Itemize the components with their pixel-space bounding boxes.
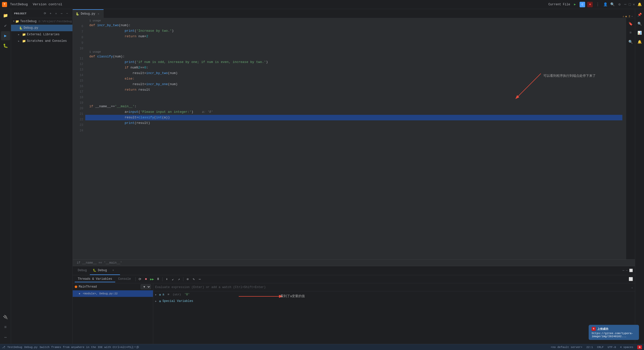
panel-tab-debug-1[interactable]: Debug: [75, 266, 90, 275]
step-into-button[interactable]: ↙: [170, 276, 176, 282]
tab-bar-more[interactable]: ⋯: [631, 15, 633, 18]
gitee-title: 上传成功: [597, 327, 608, 331]
usage-hint-1: [75, 19, 83, 24]
editor-tab-debugpy[interactable]: 🐍 Debug.py ✕: [73, 9, 104, 18]
close-sidebar-button[interactable]: ✕: [54, 11, 58, 16]
code-editor[interactable]: 6 7 8 9 10 11 12 13 14 15 16 17 18: [73, 18, 626, 259]
debug-subtab-threads[interactable]: Threads & Variables: [75, 276, 115, 282]
more-options[interactable]: ⋮: [595, 2, 601, 7]
var-name-a: a: [163, 293, 164, 296]
project-status[interactable]: TestDebug: [7, 346, 22, 349]
gitee-notification-header: G 上传成功: [592, 327, 636, 331]
expand-evaluate-icon[interactable]: ⌄: [631, 286, 633, 289]
thread-select[interactable]: ▼: [141, 284, 151, 289]
restore-debug-panel[interactable]: ⬜: [629, 277, 633, 281]
step-out-button[interactable]: ↗: [176, 276, 182, 282]
tab-bar: 🐍 Debug.py ✕ ⚠ ▲ 2 ⋯: [73, 9, 635, 18]
activity-icon-run[interactable]: ▶: [1, 31, 10, 40]
right-icon-1[interactable]: 📌: [636, 11, 643, 18]
right-icon-4[interactable]: 🔔: [636, 38, 643, 45]
sidebar-item-debugpy[interactable]: 🐍 Debug.py: [11, 25, 72, 31]
cursor-position[interactable]: 22:1: [586, 346, 593, 349]
editor-scrollbar[interactable]: [622, 18, 626, 259]
activity-icon-commit[interactable]: ✔: [1, 21, 10, 30]
panel-minimize-icon[interactable]: −: [626, 269, 628, 272]
main-thread-label: MainThread: [79, 285, 97, 289]
toolbar-sep-2: [162, 277, 163, 281]
usage-hint-line-2: 1 usage: [85, 50, 622, 53]
sidebar-item-label: TestDebug: [20, 20, 36, 23]
panel-tab-right: ⋯ − ⬜: [623, 269, 633, 272]
activity-icon-debug[interactable]: 🐛: [1, 41, 10, 50]
line-ending[interactable]: CRLF: [597, 346, 603, 349]
gitee-status-icon[interactable]: G: [637, 345, 642, 349]
more-sidebar-button[interactable]: ⋯: [59, 11, 64, 16]
debug-subtab-console[interactable]: Console: [115, 276, 134, 282]
run-button[interactable]: ▶: [572, 2, 578, 7]
activity-icon-plugins[interactable]: 🔌: [1, 313, 10, 322]
activity-icon-folder[interactable]: 📁: [1, 11, 10, 20]
code-line-8: return num + 2: [85, 34, 622, 39]
threads-panel: MainThread ▼ ◈ <module>, Debug.py:22: [73, 283, 153, 344]
server-status[interactable]: <no default server>: [551, 346, 582, 349]
stop-button[interactable]: ■: [587, 2, 593, 7]
panel-tab-debug-2[interactable]: 🐛 Debug ✕: [90, 266, 120, 275]
inspect-icon[interactable]: 🔍: [627, 38, 634, 45]
run-to-cursor-button[interactable]: ⊘: [185, 276, 190, 282]
vcs-icon[interactable]: ⎇: [2, 345, 5, 349]
maximize-button[interactable]: □: [629, 3, 631, 7]
evaluate-bar[interactable]: Evaluate expression (Enter) or add a wat…: [153, 283, 635, 291]
app-name[interactable]: TestDebug: [8, 2, 30, 7]
version-control-menu[interactable]: Version control: [31, 2, 64, 7]
activity-bar: 📁 ✔ ▶ 🐛 🔌 ≡ ⋯: [0, 9, 11, 344]
line-numbers: 6 7 8 9 10 11 12 13 14 15 16 17 18: [73, 18, 85, 259]
stop-debug-button[interactable]: ■: [143, 276, 149, 282]
indent-setting[interactable]: 4 spaces: [620, 346, 633, 349]
more-debug-button[interactable]: ⋯: [197, 276, 203, 282]
settings-icon[interactable]: ⚙: [617, 2, 622, 7]
user-icon[interactable]: 👤: [603, 2, 608, 7]
sidebar-item-testdebug[interactable]: ▼ 📁 TestDebug D:\Project\TestDebug: [11, 18, 72, 25]
warning-icon: ⚠: [623, 15, 624, 18]
panel-expand-icon[interactable]: ⬜: [629, 269, 633, 272]
evaluate-button[interactable]: ✎: [191, 276, 196, 282]
code-line-11: def classify(num):: [85, 54, 622, 59]
current-file-label[interactable]: Current File: [548, 3, 570, 6]
activity-icon-more[interactable]: ⋯: [1, 333, 10, 342]
code-content[interactable]: 1 usage def incr_by_two(num): print('Inc…: [85, 18, 622, 259]
sync-button[interactable]: ⟳: [43, 11, 47, 16]
structure-icon[interactable]: ≡: [627, 29, 634, 36]
var-item-a[interactable]: ▶ ⊞ a = (str) '8': [153, 291, 635, 298]
resume-button[interactable]: ▶▶: [149, 276, 155, 282]
sidebar: Project ⟳ + ✕ ⋯ − ▼ 📁 TestDebug D:\Proje…: [11, 9, 73, 344]
sidebar-item-external-libraries[interactable]: ▶ 📁 External Libraries: [11, 31, 72, 38]
close-button[interactable]: ✕: [633, 2, 635, 7]
var-special-label: Special Variables: [163, 299, 193, 303]
search-icon[interactable]: 🔍: [610, 2, 615, 7]
coverage-button[interactable]: C: [580, 2, 585, 7]
stack-frame-item[interactable]: ◈ <module>, Debug.py:22: [73, 290, 153, 297]
bookmark-icon[interactable]: 🔖: [627, 20, 634, 27]
add-button[interactable]: +: [48, 11, 53, 16]
sidebar-item-ext-lib-label: External Libraries: [27, 33, 60, 36]
main-thread-item[interactable]: MainThread ▼: [73, 283, 153, 290]
tab-close-button[interactable]: ✕: [97, 12, 100, 16]
encoding[interactable]: UTF-8: [608, 346, 616, 349]
right-icon-3[interactable]: 📊: [636, 29, 643, 36]
toolbar-icons: 👤 🔍 ⚙ − □ ✕: [603, 2, 635, 7]
debug-status[interactable]: Debug.py: [24, 346, 37, 349]
debug-tab-close[interactable]: ✕: [109, 266, 117, 275]
pause-button[interactable]: ⏸: [155, 276, 161, 282]
right-icon-2[interactable]: 🔍: [636, 20, 643, 27]
sidebar-item-scratches[interactable]: ▶ 📁 Scratches and Consoles: [11, 38, 72, 44]
minimize-button[interactable]: −: [624, 2, 627, 7]
code-line-15: else:: [85, 76, 622, 82]
panel-more-icon[interactable]: ⋯: [623, 269, 624, 272]
rerun-button[interactable]: ⟳: [137, 276, 143, 282]
var-item-special[interactable]: ▶ ⊞ Special Variables: [153, 298, 635, 304]
notifications-icon[interactable]: 🔔: [637, 2, 642, 7]
minimize-sidebar-button[interactable]: −: [65, 11, 69, 16]
activity-icon-structure[interactable]: ≡: [1, 323, 10, 332]
code-line-23: print(result): [85, 120, 622, 126]
step-over-button[interactable]: ⬇: [164, 276, 170, 282]
